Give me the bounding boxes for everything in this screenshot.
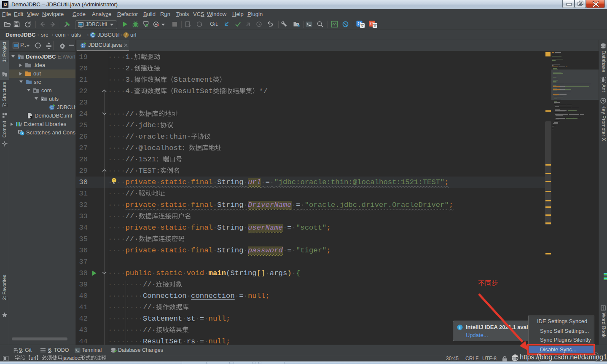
svg-text:文: 文 [360,23,364,28]
svg-text:C: C [81,43,84,48]
svg-text:文: 文 [373,23,377,28]
svg-text:C: C [50,105,53,110]
svg-text:C: C [91,33,94,37]
svg-text:i: i [459,325,461,330]
